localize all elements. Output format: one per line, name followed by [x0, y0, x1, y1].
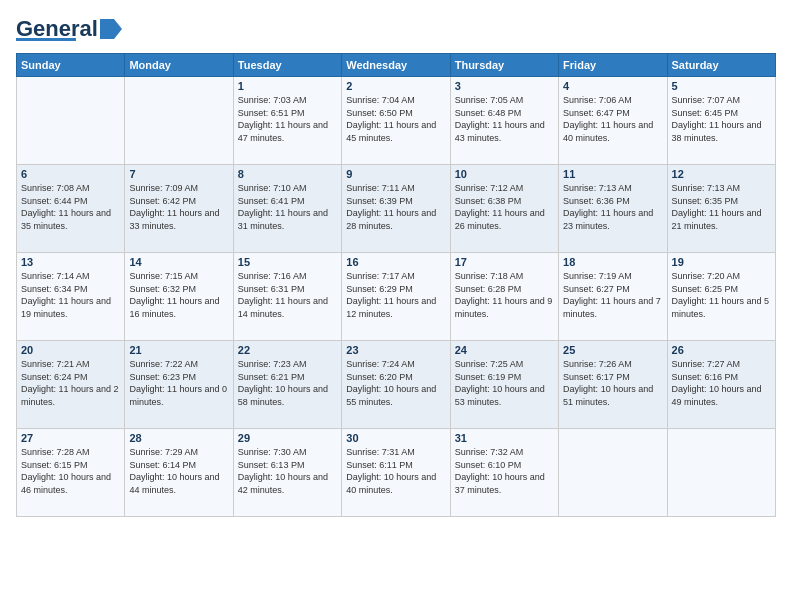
- day-number: 27: [21, 432, 120, 444]
- day-number: 9: [346, 168, 445, 180]
- calendar-cell: 15Sunrise: 7:16 AM Sunset: 6:31 PM Dayli…: [233, 253, 341, 341]
- calendar-cell: 28Sunrise: 7:29 AM Sunset: 6:14 PM Dayli…: [125, 429, 233, 517]
- day-info: Sunrise: 7:13 AM Sunset: 6:36 PM Dayligh…: [563, 182, 662, 232]
- day-number: 10: [455, 168, 554, 180]
- day-number: 13: [21, 256, 120, 268]
- calendar-cell: 5Sunrise: 7:07 AM Sunset: 6:45 PM Daylig…: [667, 77, 775, 165]
- day-info: Sunrise: 7:11 AM Sunset: 6:39 PM Dayligh…: [346, 182, 445, 232]
- day-header-wednesday: Wednesday: [342, 54, 450, 77]
- day-number: 20: [21, 344, 120, 356]
- calendar-cell: 19Sunrise: 7:20 AM Sunset: 6:25 PM Dayli…: [667, 253, 775, 341]
- day-header-sunday: Sunday: [17, 54, 125, 77]
- day-info: Sunrise: 7:30 AM Sunset: 6:13 PM Dayligh…: [238, 446, 337, 496]
- day-number: 6: [21, 168, 120, 180]
- day-info: Sunrise: 7:03 AM Sunset: 6:51 PM Dayligh…: [238, 94, 337, 144]
- day-number: 7: [129, 168, 228, 180]
- day-info: Sunrise: 7:14 AM Sunset: 6:34 PM Dayligh…: [21, 270, 120, 320]
- day-info: Sunrise: 7:26 AM Sunset: 6:17 PM Dayligh…: [563, 358, 662, 408]
- day-info: Sunrise: 7:31 AM Sunset: 6:11 PM Dayligh…: [346, 446, 445, 496]
- day-info: Sunrise: 7:12 AM Sunset: 6:38 PM Dayligh…: [455, 182, 554, 232]
- day-number: 8: [238, 168, 337, 180]
- day-number: 17: [455, 256, 554, 268]
- page-header: General: [16, 16, 776, 41]
- calendar-cell: [17, 77, 125, 165]
- day-info: Sunrise: 7:20 AM Sunset: 6:25 PM Dayligh…: [672, 270, 771, 320]
- calendar-cell: 25Sunrise: 7:26 AM Sunset: 6:17 PM Dayli…: [559, 341, 667, 429]
- day-number: 30: [346, 432, 445, 444]
- day-number: 29: [238, 432, 337, 444]
- calendar-cell: 17Sunrise: 7:18 AM Sunset: 6:28 PM Dayli…: [450, 253, 558, 341]
- calendar-cell: 3Sunrise: 7:05 AM Sunset: 6:48 PM Daylig…: [450, 77, 558, 165]
- day-header-saturday: Saturday: [667, 54, 775, 77]
- calendar-cell: 20Sunrise: 7:21 AM Sunset: 6:24 PM Dayli…: [17, 341, 125, 429]
- day-number: 12: [672, 168, 771, 180]
- day-info: Sunrise: 7:13 AM Sunset: 6:35 PM Dayligh…: [672, 182, 771, 232]
- logo-icon: [100, 19, 122, 39]
- day-info: Sunrise: 7:19 AM Sunset: 6:27 PM Dayligh…: [563, 270, 662, 320]
- week-row-4: 20Sunrise: 7:21 AM Sunset: 6:24 PM Dayli…: [17, 341, 776, 429]
- day-header-monday: Monday: [125, 54, 233, 77]
- day-number: 1: [238, 80, 337, 92]
- calendar-cell: 22Sunrise: 7:23 AM Sunset: 6:21 PM Dayli…: [233, 341, 341, 429]
- day-number: 14: [129, 256, 228, 268]
- calendar-cell: 31Sunrise: 7:32 AM Sunset: 6:10 PM Dayli…: [450, 429, 558, 517]
- svg-marker-0: [100, 19, 122, 39]
- day-info: Sunrise: 7:17 AM Sunset: 6:29 PM Dayligh…: [346, 270, 445, 320]
- day-info: Sunrise: 7:29 AM Sunset: 6:14 PM Dayligh…: [129, 446, 228, 496]
- week-row-3: 13Sunrise: 7:14 AM Sunset: 6:34 PM Dayli…: [17, 253, 776, 341]
- day-info: Sunrise: 7:04 AM Sunset: 6:50 PM Dayligh…: [346, 94, 445, 144]
- day-number: 15: [238, 256, 337, 268]
- day-number: 19: [672, 256, 771, 268]
- calendar-cell: 16Sunrise: 7:17 AM Sunset: 6:29 PM Dayli…: [342, 253, 450, 341]
- calendar-cell: 26Sunrise: 7:27 AM Sunset: 6:16 PM Dayli…: [667, 341, 775, 429]
- calendar-cell: 10Sunrise: 7:12 AM Sunset: 6:38 PM Dayli…: [450, 165, 558, 253]
- day-info: Sunrise: 7:16 AM Sunset: 6:31 PM Dayligh…: [238, 270, 337, 320]
- day-info: Sunrise: 7:21 AM Sunset: 6:24 PM Dayligh…: [21, 358, 120, 408]
- day-info: Sunrise: 7:18 AM Sunset: 6:28 PM Dayligh…: [455, 270, 554, 320]
- day-info: Sunrise: 7:24 AM Sunset: 6:20 PM Dayligh…: [346, 358, 445, 408]
- calendar-cell: 9Sunrise: 7:11 AM Sunset: 6:39 PM Daylig…: [342, 165, 450, 253]
- day-number: 23: [346, 344, 445, 356]
- day-info: Sunrise: 7:09 AM Sunset: 6:42 PM Dayligh…: [129, 182, 228, 232]
- day-info: Sunrise: 7:25 AM Sunset: 6:19 PM Dayligh…: [455, 358, 554, 408]
- day-header-thursday: Thursday: [450, 54, 558, 77]
- day-number: 28: [129, 432, 228, 444]
- day-info: Sunrise: 7:27 AM Sunset: 6:16 PM Dayligh…: [672, 358, 771, 408]
- day-info: Sunrise: 7:28 AM Sunset: 6:15 PM Dayligh…: [21, 446, 120, 496]
- day-number: 5: [672, 80, 771, 92]
- calendar-cell: 21Sunrise: 7:22 AM Sunset: 6:23 PM Dayli…: [125, 341, 233, 429]
- calendar-cell: 29Sunrise: 7:30 AM Sunset: 6:13 PM Dayli…: [233, 429, 341, 517]
- day-number: 22: [238, 344, 337, 356]
- week-row-2: 6Sunrise: 7:08 AM Sunset: 6:44 PM Daylig…: [17, 165, 776, 253]
- calendar-cell: 14Sunrise: 7:15 AM Sunset: 6:32 PM Dayli…: [125, 253, 233, 341]
- day-info: Sunrise: 7:10 AM Sunset: 6:41 PM Dayligh…: [238, 182, 337, 232]
- day-number: 3: [455, 80, 554, 92]
- calendar-cell: [559, 429, 667, 517]
- day-info: Sunrise: 7:32 AM Sunset: 6:10 PM Dayligh…: [455, 446, 554, 496]
- calendar-cell: 12Sunrise: 7:13 AM Sunset: 6:35 PM Dayli…: [667, 165, 775, 253]
- day-info: Sunrise: 7:07 AM Sunset: 6:45 PM Dayligh…: [672, 94, 771, 144]
- calendar-cell: 13Sunrise: 7:14 AM Sunset: 6:34 PM Dayli…: [17, 253, 125, 341]
- week-row-1: 1Sunrise: 7:03 AM Sunset: 6:51 PM Daylig…: [17, 77, 776, 165]
- day-number: 26: [672, 344, 771, 356]
- day-header-friday: Friday: [559, 54, 667, 77]
- day-number: 21: [129, 344, 228, 356]
- calendar-cell: 6Sunrise: 7:08 AM Sunset: 6:44 PM Daylig…: [17, 165, 125, 253]
- calendar-cell: 4Sunrise: 7:06 AM Sunset: 6:47 PM Daylig…: [559, 77, 667, 165]
- day-number: 4: [563, 80, 662, 92]
- calendar-cell: 2Sunrise: 7:04 AM Sunset: 6:50 PM Daylig…: [342, 77, 450, 165]
- logo: General: [16, 16, 122, 41]
- calendar-cell: 18Sunrise: 7:19 AM Sunset: 6:27 PM Dayli…: [559, 253, 667, 341]
- calendar-table: SundayMondayTuesdayWednesdayThursdayFrid…: [16, 53, 776, 517]
- calendar-cell: 24Sunrise: 7:25 AM Sunset: 6:19 PM Dayli…: [450, 341, 558, 429]
- day-number: 24: [455, 344, 554, 356]
- calendar-cell: 7Sunrise: 7:09 AM Sunset: 6:42 PM Daylig…: [125, 165, 233, 253]
- day-info: Sunrise: 7:15 AM Sunset: 6:32 PM Dayligh…: [129, 270, 228, 320]
- calendar-cell: 30Sunrise: 7:31 AM Sunset: 6:11 PM Dayli…: [342, 429, 450, 517]
- day-number: 18: [563, 256, 662, 268]
- calendar-cell: 1Sunrise: 7:03 AM Sunset: 6:51 PM Daylig…: [233, 77, 341, 165]
- day-number: 16: [346, 256, 445, 268]
- day-number: 31: [455, 432, 554, 444]
- calendar-cell: 23Sunrise: 7:24 AM Sunset: 6:20 PM Dayli…: [342, 341, 450, 429]
- day-number: 2: [346, 80, 445, 92]
